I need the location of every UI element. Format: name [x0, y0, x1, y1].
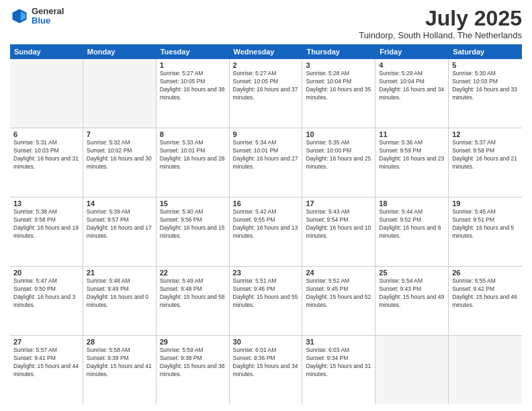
day-number: 7 [87, 130, 152, 138]
day-number: 10 [306, 130, 371, 138]
header-tuesday: Tuesday [157, 44, 230, 59]
day-info: Sunrise: 5:36 AM Sunset: 9:59 PM Dayligh… [379, 139, 445, 171]
header-wednesday: Wednesday [230, 44, 303, 59]
day-number: 20 [13, 269, 79, 277]
day-number: 21 [87, 269, 152, 277]
day-info: Sunrise: 5:27 AM Sunset: 10:05 PM Daylig… [160, 70, 226, 102]
day-cell-4-6: 25Sunrise: 5:54 AM Sunset: 9:43 PM Dayli… [375, 267, 449, 335]
day-info: Sunrise: 5:33 AM Sunset: 10:01 PM Daylig… [160, 139, 226, 171]
day-number: 28 [87, 338, 152, 346]
day-info: Sunrise: 5:58 AM Sunset: 9:39 PM Dayligh… [87, 347, 152, 379]
day-info: Sunrise: 5:39 AM Sunset: 9:57 PM Dayligh… [87, 208, 152, 240]
day-info: Sunrise: 5:35 AM Sunset: 10:00 PM Daylig… [306, 139, 371, 171]
day-cell-5-1: 27Sunrise: 5:57 AM Sunset: 9:41 PM Dayli… [10, 336, 83, 404]
logo-blue-text: Blue [32, 16, 64, 26]
day-cell-3-3: 15Sunrise: 5:40 AM Sunset: 9:56 PM Dayli… [157, 197, 230, 266]
day-cell-1-5: 3Sunrise: 5:28 AM Sunset: 10:04 PM Dayli… [302, 59, 375, 128]
day-info: Sunrise: 6:01 AM Sunset: 9:36 PM Dayligh… [233, 347, 299, 379]
day-number: 23 [233, 269, 299, 277]
header-saturday: Saturday [449, 44, 522, 59]
day-number: 4 [379, 61, 445, 69]
day-info: Sunrise: 5:34 AM Sunset: 10:01 PM Daylig… [233, 139, 299, 171]
calendar-body: 1Sunrise: 5:27 AM Sunset: 10:05 PM Dayli… [10, 59, 522, 404]
day-cell-3-7: 19Sunrise: 5:45 AM Sunset: 9:51 PM Dayli… [449, 197, 522, 266]
day-cell-4-2: 21Sunrise: 5:48 AM Sunset: 9:49 PM Dayli… [83, 267, 157, 335]
day-cell-3-1: 13Sunrise: 5:38 AM Sunset: 9:58 PM Dayli… [10, 197, 83, 266]
day-info: Sunrise: 5:32 AM Sunset: 10:02 PM Daylig… [87, 139, 152, 171]
header-thursday: Thursday [302, 44, 375, 59]
day-number: 31 [306, 338, 371, 346]
day-info: Sunrise: 5:45 AM Sunset: 9:51 PM Dayligh… [452, 208, 519, 240]
day-number: 30 [233, 338, 299, 346]
day-cell-5-7 [449, 336, 522, 404]
day-cell-1-2 [83, 59, 157, 128]
day-info: Sunrise: 5:44 AM Sunset: 9:52 PM Dayligh… [379, 208, 445, 240]
day-number: 11 [379, 130, 445, 138]
day-info: Sunrise: 5:30 AM Sunset: 10:03 PM Daylig… [452, 70, 519, 102]
day-number: 22 [160, 269, 226, 277]
day-info: Sunrise: 6:03 AM Sunset: 9:34 PM Dayligh… [306, 347, 371, 379]
day-cell-3-4: 16Sunrise: 5:42 AM Sunset: 9:55 PM Dayli… [230, 197, 303, 266]
day-number: 29 [160, 338, 226, 346]
header-sunday: Sunday [10, 44, 83, 59]
day-number: 1 [160, 61, 226, 69]
day-info: Sunrise: 5:28 AM Sunset: 10:04 PM Daylig… [306, 70, 371, 102]
logo-text: General Blue [32, 7, 64, 26]
day-number: 14 [87, 199, 152, 208]
day-cell-1-7: 5Sunrise: 5:30 AM Sunset: 10:03 PM Dayli… [449, 59, 522, 128]
day-number: 2 [233, 61, 299, 69]
location: Tuindorp, South Holland, The Netherlands [359, 30, 522, 40]
title-block: July 2025 Tuindorp, South Holland, The N… [359, 7, 522, 40]
day-number: 25 [379, 269, 445, 277]
week-row-5: 27Sunrise: 5:57 AM Sunset: 9:41 PM Dayli… [10, 336, 522, 404]
day-cell-5-6 [375, 336, 449, 404]
day-number: 24 [306, 269, 371, 277]
day-number: 3 [306, 61, 371, 69]
day-info: Sunrise: 5:37 AM Sunset: 9:58 PM Dayligh… [452, 139, 519, 171]
day-number: 12 [452, 130, 519, 138]
day-cell-1-6: 4Sunrise: 5:29 AM Sunset: 10:04 PM Dayli… [375, 59, 449, 128]
day-number: 5 [452, 61, 519, 69]
day-cell-4-1: 20Sunrise: 5:47 AM Sunset: 9:50 PM Dayli… [10, 267, 83, 335]
day-cell-2-3: 8Sunrise: 5:33 AM Sunset: 10:01 PM Dayli… [157, 128, 230, 197]
logo: General Blue [10, 7, 64, 26]
header-monday: Monday [83, 44, 157, 59]
day-info: Sunrise: 5:48 AM Sunset: 9:49 PM Dayligh… [87, 277, 152, 310]
day-cell-4-4: 23Sunrise: 5:51 AM Sunset: 9:46 PM Dayli… [230, 267, 303, 335]
logo-general-text: General [32, 7, 64, 16]
day-cell-2-7: 12Sunrise: 5:37 AM Sunset: 9:58 PM Dayli… [449, 128, 522, 197]
calendar: Sunday Monday Tuesday Wednesday Thursday… [10, 44, 522, 404]
page-header: General Blue July 2025 Tuindorp, South H… [10, 7, 522, 40]
day-number: 9 [233, 130, 299, 138]
header-friday: Friday [375, 44, 449, 59]
day-info: Sunrise: 5:57 AM Sunset: 9:41 PM Dayligh… [13, 347, 79, 379]
day-cell-1-4: 2Sunrise: 5:27 AM Sunset: 10:05 PM Dayli… [230, 59, 303, 128]
day-number: 17 [306, 199, 371, 208]
day-number: 13 [13, 199, 79, 208]
day-cell-1-3: 1Sunrise: 5:27 AM Sunset: 10:05 PM Dayli… [157, 59, 230, 128]
day-cell-4-5: 24Sunrise: 5:52 AM Sunset: 9:45 PM Dayli… [302, 267, 375, 335]
day-info: Sunrise: 5:54 AM Sunset: 9:43 PM Dayligh… [379, 277, 445, 310]
day-cell-2-4: 9Sunrise: 5:34 AM Sunset: 10:01 PM Dayli… [230, 128, 303, 197]
day-number: 15 [160, 199, 226, 208]
day-info: Sunrise: 5:55 AM Sunset: 9:42 PM Dayligh… [452, 277, 519, 310]
logo-icon [10, 7, 29, 26]
day-cell-5-2: 28Sunrise: 5:58 AM Sunset: 9:39 PM Dayli… [83, 336, 157, 404]
day-cell-3-5: 17Sunrise: 5:43 AM Sunset: 9:54 PM Dayli… [302, 197, 375, 266]
day-cell-3-2: 14Sunrise: 5:39 AM Sunset: 9:57 PM Dayli… [83, 197, 157, 266]
day-info: Sunrise: 5:29 AM Sunset: 10:04 PM Daylig… [379, 70, 445, 102]
week-row-2: 6Sunrise: 5:31 AM Sunset: 10:03 PM Dayli… [10, 128, 522, 197]
day-info: Sunrise: 5:59 AM Sunset: 9:38 PM Dayligh… [160, 347, 226, 379]
day-cell-2-6: 11Sunrise: 5:36 AM Sunset: 9:59 PM Dayli… [375, 128, 449, 197]
day-info: Sunrise: 5:40 AM Sunset: 9:56 PM Dayligh… [160, 208, 226, 240]
day-number: 6 [13, 130, 79, 138]
day-number: 19 [452, 199, 519, 208]
day-number: 27 [13, 338, 79, 346]
day-info: Sunrise: 5:42 AM Sunset: 9:55 PM Dayligh… [233, 208, 299, 240]
day-cell-4-3: 22Sunrise: 5:49 AM Sunset: 9:48 PM Dayli… [157, 267, 230, 335]
week-row-4: 20Sunrise: 5:47 AM Sunset: 9:50 PM Dayli… [10, 267, 522, 336]
day-cell-4-7: 26Sunrise: 5:55 AM Sunset: 9:42 PM Dayli… [449, 267, 522, 335]
day-info: Sunrise: 5:52 AM Sunset: 9:45 PM Dayligh… [306, 277, 371, 310]
day-cell-1-1 [10, 59, 83, 128]
calendar-header: Sunday Monday Tuesday Wednesday Thursday… [10, 44, 522, 59]
